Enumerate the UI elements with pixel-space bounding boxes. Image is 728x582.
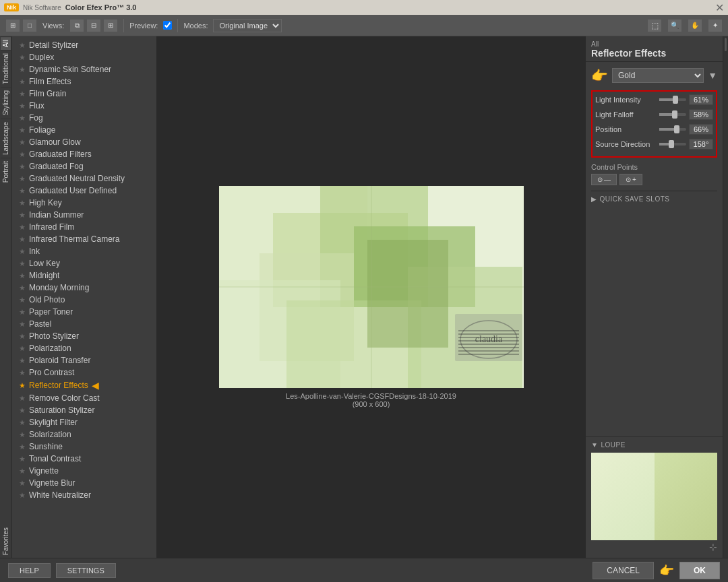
layout-btn-1[interactable]: ⧉ [69, 19, 84, 32]
tab-traditional[interactable]: Traditional [1, 50, 11, 87]
star-icon: ★ [19, 418, 26, 427]
filter-item[interactable]: ★Dynamic Skin Softener [12, 63, 156, 75]
filter-item[interactable]: ★Duplex [12, 51, 156, 63]
filter-item[interactable]: ★Vignette Blur [12, 477, 156, 489]
filter-item[interactable]: ★Monday Morning [12, 282, 156, 294]
filter-item[interactable]: ★Detail Stylizer [12, 39, 156, 51]
slider-track-wrap [659, 143, 686, 146]
add-cp-btn[interactable]: ⊙ + [619, 174, 642, 185]
layout-btn-3[interactable]: ⊞ [103, 19, 118, 32]
filter-item[interactable]: ★Tonal Contrast [12, 453, 156, 465]
tab-stylizing[interactable]: Stylizing [1, 87, 11, 118]
filter-item[interactable]: ★Infrared Film [12, 221, 156, 233]
filter-item[interactable]: ★Graduated Neutral Density [12, 172, 156, 185]
svg-rect-9 [367, 240, 448, 348]
effect-title: Reflector Effects [591, 48, 717, 59]
slider-track[interactable] [659, 98, 686, 101]
picker-icon[interactable]: ✦ [708, 19, 723, 32]
loupe-header[interactable]: ▼ LOUPE [591, 441, 717, 449]
preset-select[interactable]: Gold Silver White Sun [612, 68, 704, 83]
preset-dropdown-arrow[interactable]: ▼ [708, 70, 717, 81]
star-icon: ★ [19, 211, 26, 220]
pan-icon[interactable]: ✋ [688, 19, 702, 32]
settings-button[interactable]: SETTINGS [56, 563, 116, 578]
slider-track[interactable] [659, 128, 686, 131]
filter-item[interactable]: ★Graduated Filters [12, 148, 156, 160]
filter-item[interactable]: ★Infrared Thermal Camera [12, 233, 156, 245]
filter-item[interactable]: ★Paper Toner [12, 306, 156, 318]
filter-item[interactable]: ★Old Photo [12, 294, 156, 306]
star-icon: ★ [19, 455, 26, 463]
filter-item[interactable]: ★Glamour Glow [12, 136, 156, 148]
bottom-right-buttons: CANCEL 👉 OK [593, 562, 720, 579]
filter-item[interactable]: ★Fog [12, 112, 156, 124]
modes-select[interactable]: Original Image [213, 19, 282, 32]
loupe-settings-icon[interactable]: ⊹ [709, 542, 717, 552]
slider-handle[interactable] [669, 140, 674, 148]
filter-item[interactable]: ★Pastel [12, 318, 156, 330]
tab-portrait[interactable]: Portrait [1, 158, 11, 185]
filter-item[interactable]: ★Midnight [12, 269, 156, 282]
filter-item[interactable]: ★Flux [12, 100, 156, 112]
preview-canvas[interactable]: claudia [219, 186, 524, 388]
filter-item[interactable]: ★Pro Contrast [12, 366, 156, 379]
filter-item[interactable]: ★Solarization [12, 428, 156, 441]
filter-item[interactable]: ★Reflector Effects ◀ [12, 379, 156, 392]
remove-cp-btn[interactable]: ⊙ — [591, 174, 617, 185]
filter-item[interactable]: ★Polaroid Transfer [12, 354, 156, 366]
quick-save-header[interactable]: ▶ QUICK SAVE SLOTS [591, 195, 717, 203]
zoom-icon[interactable]: 🔍 [667, 19, 682, 32]
filter-item-label: Vignette Blur [29, 478, 75, 488]
crop-icon[interactable]: ⬚ [647, 19, 662, 32]
filter-item[interactable]: ★Photo Stylizer [12, 330, 156, 342]
param-row: Position66% [595, 124, 713, 135]
control-points-section: Control Points ⊙ — ⊙ + [591, 163, 717, 185]
filter-item[interactable]: ★Remove Color Cast [12, 392, 156, 404]
filter-item[interactable]: ★Film Grain [12, 88, 156, 100]
filter-item-label: Vignette [29, 466, 59, 476]
filter-item[interactable]: ★Film Effects [12, 75, 156, 88]
slider-handle[interactable] [673, 96, 678, 104]
tab-favorites[interactable]: Favorites [1, 525, 11, 558]
layout-btn-2[interactable]: ⊟ [86, 19, 101, 32]
sep-2 [177, 19, 178, 32]
star-icon: ★ [19, 223, 26, 232]
right-scrollbar[interactable] [723, 36, 728, 558]
filter-item[interactable]: ★Sunshine [12, 441, 156, 453]
filter-item-label: Low Key [29, 259, 60, 268]
slider-track[interactable] [659, 113, 686, 116]
filter-item[interactable]: ★Graduated Fog [12, 160, 156, 172]
left-tabs: All Traditional Stylizing Landscape Port… [0, 36, 12, 558]
star-icon: ★ [19, 394, 26, 403]
tab-landscape[interactable]: Landscape [1, 119, 11, 158]
filter-item[interactable]: ★Foliage [12, 124, 156, 136]
filter-item[interactable]: ★Polarization [12, 342, 156, 354]
filter-item[interactable]: ★Saturation Stylizer [12, 404, 156, 416]
preview-image-container: claudia Les-Apolline-van-Valerie-CGSFDes… [219, 186, 524, 408]
filter-item[interactable]: ★Low Key [12, 257, 156, 269]
filter-item[interactable]: ★Vignette [12, 465, 156, 477]
close-icon[interactable]: ✕ [715, 1, 724, 14]
filter-item[interactable]: ★Indian Summer [12, 209, 156, 221]
preview-checkbox[interactable] [163, 21, 172, 30]
slider-handle[interactable] [672, 110, 677, 119]
cancel-button[interactable]: CANCEL [593, 562, 654, 579]
filter-item[interactable]: ★White Neutralizer [12, 489, 156, 501]
tab-all[interactable]: All [1, 36, 11, 50]
filter-item[interactable]: ★Ink [12, 245, 156, 257]
slider-handle[interactable] [674, 125, 679, 133]
ok-button[interactable]: OK [679, 562, 720, 579]
filter-item[interactable]: ★High Key [12, 197, 156, 209]
grid-view-btn[interactable]: ⊞ [5, 19, 20, 32]
filter-item[interactable]: ★Skylight Filter [12, 416, 156, 428]
title-bar: Nik Nik Software Color Efex Pro™ 3.0 ✕ [0, 0, 728, 15]
layout-buttons: ⧉ ⊟ ⊞ [69, 19, 118, 32]
help-button[interactable]: HELP [8, 563, 51, 578]
slider-track[interactable] [659, 143, 686, 146]
right-panel-inner: 👉 Gold Silver White Sun ▼ Light Intensi [586, 62, 723, 208]
single-view-btn[interactable]: □ [22, 19, 37, 32]
filter-item[interactable]: ★Graduated User Defined [12, 185, 156, 197]
svg-text:claudia: claudia [475, 334, 502, 344]
star-icon: ★ [19, 53, 26, 62]
loupe-left [591, 453, 655, 540]
